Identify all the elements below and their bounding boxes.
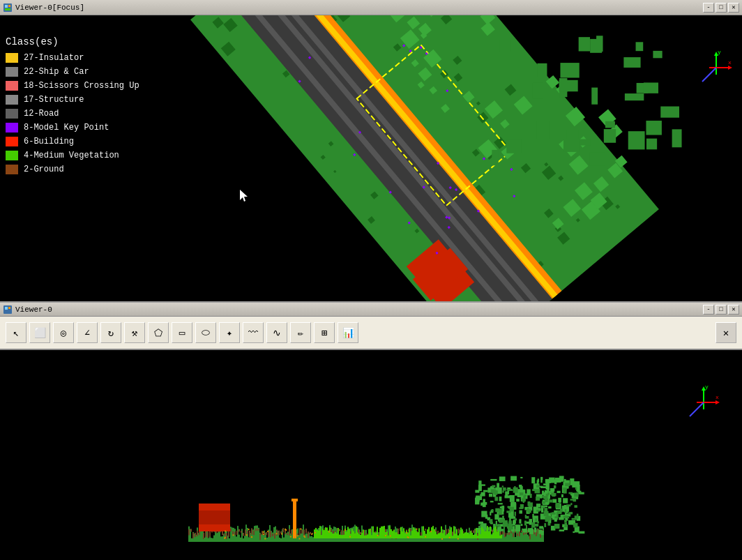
legend-item: 22-Ship & Car (6, 67, 139, 77)
curve-tool-button[interactable]: ∿ (266, 322, 287, 343)
legend-item-label: 18-Scissors Crossing Up (24, 81, 139, 91)
legend-item: 6-Building (6, 137, 139, 146)
svg-rect-2 (8, 5, 10, 7)
toolbar-buttons: ↖⬜◎∠↻⚒⬠▭⬭✦〰∿✏⊞📊 (6, 322, 358, 343)
bottom-viewer: y x (0, 350, 742, 560)
rectangle-tool-button[interactable]: ▭ (172, 322, 192, 343)
legend-item-label: 27-Insulator (24, 53, 84, 63)
toolbar-x-button[interactable]: ✕ (716, 322, 736, 343)
svg-rect-3 (5, 8, 10, 10)
toolbar-title-left: Viewer-0 (3, 305, 52, 315)
svg-text:x: x (728, 59, 732, 66)
grid-tool-button[interactable]: ⊞ (314, 322, 335, 343)
legend-item: 18-Scissors Crossing Up (6, 81, 139, 91)
title-bar-buttons[interactable]: - □ ✕ (703, 3, 739, 13)
legend-items: 27-Insulator22-Ship & Car18-Scissors Cro… (6, 53, 139, 174)
bottom-scene-canvas[interactable] (0, 350, 742, 560)
toolbar-title-bar: Viewer-0 - □ ✕ (0, 301, 742, 317)
pencil-tool-button[interactable]: ✏ (290, 322, 311, 343)
top-title-bar: Viewer-0[Focus] - □ ✕ (0, 0, 742, 15)
svg-line-20 (690, 402, 704, 416)
legend-item: 8-Model Key Point (6, 123, 139, 133)
hammer-tool-button[interactable]: ⚒ (124, 322, 145, 343)
legend-item: 17-Structure (6, 95, 139, 105)
toolbar-close-button[interactable]: ✕ (728, 305, 739, 315)
toolbar-title-buttons[interactable]: - □ ✕ (703, 305, 739, 315)
polyline-tool-button[interactable]: 〰 (243, 322, 264, 343)
svg-marker-8 (728, 66, 732, 70)
legend-item: 4-Medium Vegetation (6, 151, 139, 160)
rotate-tool-button[interactable]: ↻ (100, 322, 121, 343)
app-icon (3, 3, 13, 13)
svg-line-10 (702, 68, 716, 82)
top-viewer: Class(es) 27-Insulator22-Ship & Car18-Sc… (0, 15, 742, 301)
legend-item-label: 6-Building (24, 137, 74, 146)
axes-indicator-bottom: y x (686, 385, 721, 420)
legend-item: 12-Road (6, 109, 139, 119)
svg-rect-13 (8, 307, 10, 309)
legend-item-label: 17-Structure (24, 95, 84, 105)
point-tool-button[interactable]: ✦ (219, 322, 240, 343)
svg-text:y: y (705, 385, 709, 390)
polygon-tool-button[interactable]: ⬠ (148, 322, 169, 343)
legend-item-label: 12-Road (24, 109, 59, 119)
svg-rect-1 (5, 5, 8, 8)
svg-text:y: y (718, 50, 721, 55)
toolbar-app-icon (3, 305, 13, 315)
chart-tool-button[interactable]: 📊 (338, 322, 358, 343)
window-title: Viewer-0[Focus] (15, 3, 84, 12)
legend-item: 27-Insulator (6, 53, 139, 63)
axes-indicator-top: y x (699, 50, 734, 85)
select-tool-button[interactable]: ↖ (6, 322, 26, 343)
toolbar-restore-button[interactable]: □ (716, 305, 727, 315)
svg-marker-18 (716, 400, 720, 404)
svg-text:x: x (716, 394, 719, 400)
title-bar-left: Viewer-0[Focus] (3, 3, 84, 13)
restore-button[interactable]: □ (716, 3, 727, 13)
toolbar-minimize-button[interactable]: - (703, 305, 714, 315)
legend-item-label: 2-Ground (24, 165, 64, 174)
legend-item: 2-Ground (6, 165, 139, 174)
class-legend: Class(es) 27-Insulator22-Ship & Car18-Sc… (6, 36, 139, 179)
legend-item-label: 8-Model Key Point (24, 123, 109, 133)
toolbar-window-title: Viewer-0 (15, 305, 52, 314)
minimize-button[interactable]: - (703, 3, 714, 13)
box-select-tool-button[interactable]: ⬜ (29, 322, 50, 343)
ellipse-tool-button[interactable]: ⬭ (195, 322, 216, 343)
legend-item-label: 4-Medium Vegetation (24, 151, 119, 160)
circle-tool-button[interactable]: ◎ (53, 322, 74, 343)
svg-rect-12 (5, 307, 8, 310)
legend-item-label: 22-Ship & Car (24, 67, 89, 77)
legend-title: Class(es) (6, 36, 139, 47)
close-button[interactable]: ✕ (728, 3, 739, 13)
measure-tool-button[interactable]: ∠ (77, 322, 98, 343)
toolbar-panel: ↖⬜◎∠↻⚒⬠▭⬭✦〰∿✏⊞📊 ✕ (0, 317, 742, 350)
